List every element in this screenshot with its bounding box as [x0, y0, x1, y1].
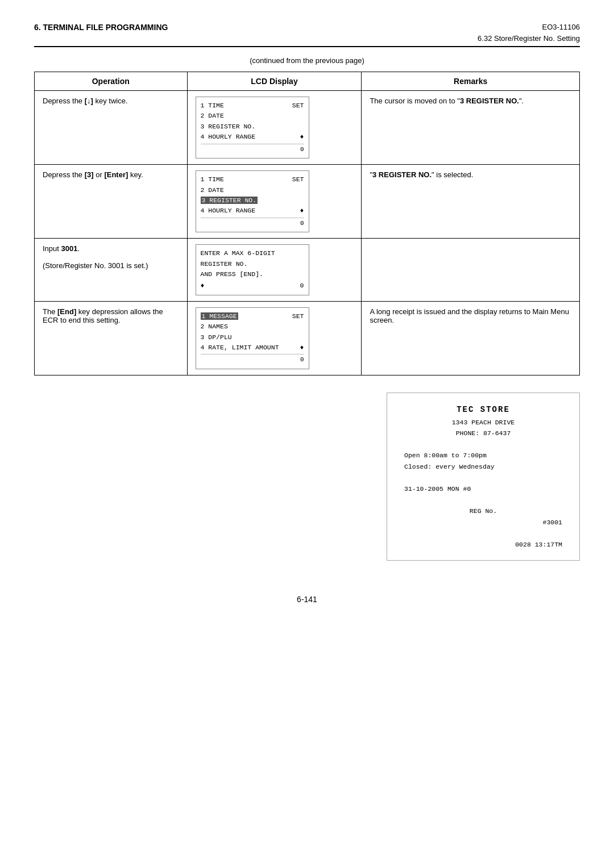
- receipt-reg-value: #3001: [404, 517, 562, 528]
- remarks-cell-3: [362, 239, 580, 302]
- lcd-cell-4: 1 MESSAGESET2 NAMES3 DP/PLU4 RATE, LIMIT…: [187, 301, 362, 375]
- remarks-cell-1: The cursor is moved on to "3 REGISTER NO…: [362, 91, 580, 165]
- operation-cell-1: Depress the [↓] key twice.: [35, 91, 188, 165]
- receipt-tm-value: 0028 13:17TM: [404, 539, 562, 550]
- table-row-3: Input 3001.(Store/Register No. 3001 is s…: [35, 239, 580, 302]
- receipt-box: TEC STORE 1343 PEACH DRIVE PHONE: 87-643…: [387, 393, 580, 561]
- continued-text: (continued from the previous page): [34, 56, 580, 65]
- receipt-store-name: TEC STORE: [404, 403, 562, 417]
- sub-section: 6.32 Store/Register No. Setting: [478, 34, 580, 43]
- doc-number: EO3-11106: [542, 23, 580, 31]
- remarks-cell-4: A long receipt is issued and the display…: [362, 301, 580, 375]
- table-row-4: The [End] key depression allows the ECR …: [35, 301, 580, 375]
- receipt-date: 31-10-2005 MON #0: [404, 483, 562, 495]
- receipt-hours: Open 8:00am to 7:00pm: [404, 450, 562, 461]
- lcd-cell-2: 1 TIMESET2 DATE3 REGISTER NO.4 HOURLY RA…: [187, 165, 362, 239]
- operation-cell-3: Input 3001.(Store/Register No. 3001 is s…: [35, 239, 188, 302]
- receipt-closed: Closed: every Wednesday: [404, 461, 562, 473]
- receipt-address: 1343 PEACH DRIVE: [404, 417, 562, 428]
- main-table: Operation LCD Display Remarks Depress th…: [34, 72, 580, 375]
- col-remarks: Remarks: [362, 72, 580, 91]
- table-row-1: Depress the [↓] key twice.1 TIMESET2 DAT…: [35, 91, 580, 165]
- col-lcd: LCD Display: [187, 72, 362, 91]
- remarks-cell-2: "3 REGISTER NO." is selected.: [362, 165, 580, 239]
- page-number: 6-141: [297, 595, 317, 604]
- table-row-2: Depress the [3] or [Enter] key.1 TIMESET…: [35, 165, 580, 239]
- lcd-display-1: 1 TIMESET2 DATE3 REGISTER NO.4 HOURLY RA…: [196, 97, 309, 158]
- section-title: 6. TERMINAL FILE PROGRAMMING: [34, 23, 168, 32]
- lcd-display-2: 1 TIMESET2 DATE3 REGISTER NO.4 HOURLY RA…: [196, 170, 309, 232]
- lcd-cell-3: ENTER A MAX 6-DIGITREGISTER NO.AND PRESS…: [187, 239, 362, 302]
- operation-cell-2: Depress the [3] or [Enter] key.: [35, 165, 188, 239]
- receipt-reg-label: REG No.: [404, 506, 562, 517]
- col-operation: Operation: [35, 72, 188, 91]
- lcd-cell-1: 1 TIMESET2 DATE3 REGISTER NO.4 HOURLY RA…: [187, 91, 362, 165]
- operation-cell-4: The [End] key depression allows the ECR …: [35, 301, 188, 375]
- lcd-display-3: ENTER A MAX 6-DIGITREGISTER NO.AND PRESS…: [196, 244, 309, 295]
- receipt-phone: PHONE: 87-6437: [404, 428, 562, 439]
- lcd-display-4: 1 MESSAGESET2 NAMES3 DP/PLU4 RATE, LIMIT…: [196, 307, 309, 369]
